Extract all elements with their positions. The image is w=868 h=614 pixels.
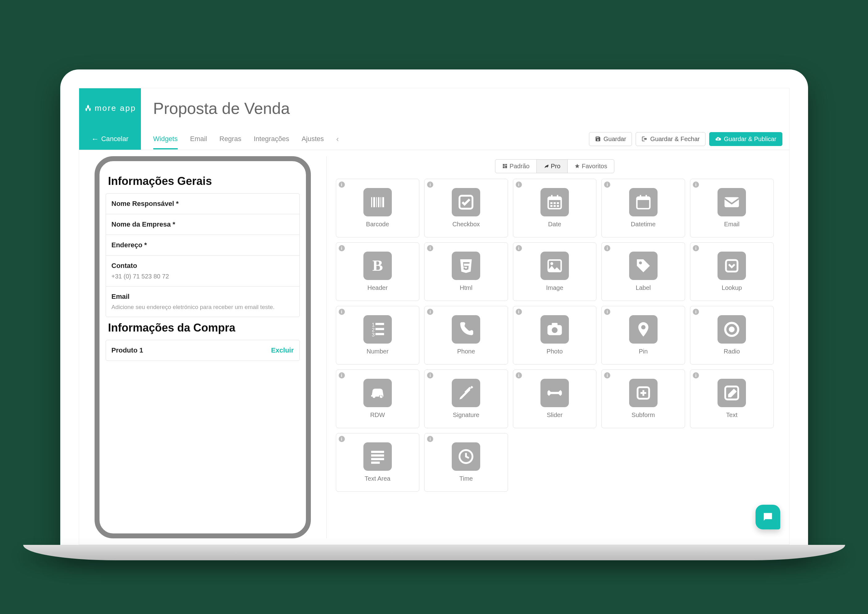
field-empresa[interactable]: Nome da Empresa * [106, 214, 299, 235]
widget-label: Date [548, 221, 561, 228]
svg-rect-15 [554, 205, 555, 207]
widget-card-image[interactable]: iImage [513, 242, 597, 301]
field-endereco[interactable]: Endereço * [106, 235, 299, 256]
app-screen: more app Proposta de Venda ← Cancelar Wi… [79, 88, 790, 545]
widget-tab-label: Favoritos [582, 163, 607, 170]
svg-rect-43 [371, 454, 384, 457]
info-icon[interactable]: i [427, 181, 433, 188]
svg-text:3: 3 [372, 332, 375, 337]
widget-tab-label: Padrão [510, 163, 530, 170]
field-responsavel[interactable]: Nome Responsável * [106, 194, 299, 214]
widget-card-html[interactable]: iHtml [424, 242, 508, 301]
field-contato[interactable]: Contato +31 (0) 71 523 80 72 [106, 256, 299, 287]
info-icon[interactable]: i [516, 372, 522, 378]
widget-label: Email [724, 221, 739, 228]
dashboard-icon [502, 163, 508, 169]
cancel-button[interactable]: ← Cancelar [79, 129, 141, 150]
info-icon[interactable]: i [604, 372, 610, 378]
widget-label: Subform [632, 411, 655, 419]
widget-label: Html [460, 284, 473, 291]
widget-card-date[interactable]: iDate [513, 179, 597, 237]
widget-card-signature[interactable]: iSignature [424, 369, 508, 428]
svg-rect-32 [375, 333, 384, 335]
svg-rect-14 [550, 205, 552, 207]
save-button[interactable]: Guardar [589, 132, 632, 146]
widget-tab-padrao[interactable]: Padrão [495, 160, 537, 173]
widget-card-phone[interactable]: iPhone [424, 306, 508, 364]
tab-integracoes[interactable]: Integrações [254, 129, 289, 149]
widget-card-label[interactable]: iLabel [601, 242, 685, 301]
tab-email[interactable]: Email [190, 129, 207, 149]
info-icon[interactable]: i [339, 309, 345, 315]
info-icon[interactable]: i [427, 245, 433, 251]
widget-card-photo[interactable]: iPhoto [513, 306, 597, 364]
info-icon[interactable]: i [693, 245, 699, 251]
widget-card-pin[interactable]: iPin [601, 306, 685, 364]
info-icon[interactable]: i [427, 309, 433, 315]
tabs-more-chevron[interactable]: ‹ [336, 134, 339, 144]
svg-rect-21 [725, 197, 739, 208]
widget-label: Text Area [365, 475, 390, 482]
svg-text:B: B [372, 257, 383, 274]
info-icon[interactable]: i [516, 181, 522, 188]
widget-card-datetime[interactable]: iDatetime [601, 179, 685, 237]
product-delete-link[interactable]: Excluir [271, 346, 294, 354]
widget-card-email[interactable]: iEmail [690, 179, 774, 237]
widget-card-text[interactable]: iText [690, 369, 774, 428]
save-icon [595, 136, 601, 142]
save-close-button[interactable]: Guardar & Fechar [636, 132, 705, 146]
widget-tab-pro[interactable]: Pro [537, 160, 568, 173]
widget-card-checkbox[interactable]: iCheckbox [424, 179, 508, 237]
tab-widgets[interactable]: Widgets [153, 129, 178, 149]
info-icon[interactable]: i [604, 245, 610, 251]
product-row[interactable]: Produto 1 Excluir [106, 340, 300, 361]
widget-card-subform[interactable]: iSubform [601, 369, 685, 428]
info-icon[interactable]: i [339, 436, 345, 442]
phone-icon [452, 315, 480, 344]
textarea-icon [363, 442, 392, 471]
info-icon[interactable]: i [693, 309, 699, 315]
field-email[interactable]: Email Adicione seu endereço eletrónico p… [106, 287, 299, 317]
widget-card-lookup[interactable]: iLookup [690, 242, 774, 301]
info-icon[interactable]: i [339, 372, 345, 378]
info-icon[interactable]: i [427, 436, 433, 442]
widget-card-radio[interactable]: iRadio [690, 306, 774, 364]
widget-tab-favoritos[interactable]: Favoritos [568, 160, 614, 173]
svg-rect-45 [371, 462, 380, 464]
widget-card-header[interactable]: iBHeader [336, 242, 420, 301]
widget-card-number[interactable]: i123Number [336, 306, 420, 364]
info-icon[interactable]: i [516, 309, 522, 315]
widget-card-slider[interactable]: iSlider [513, 369, 597, 428]
widget-label: RDW [370, 411, 385, 419]
slider-icon [540, 379, 569, 407]
info-icon[interactable]: i [604, 181, 610, 188]
checkbox-icon [452, 188, 480, 216]
widget-card-rdw[interactable]: iRDW [336, 369, 420, 428]
field-label: Nome Responsável * [112, 200, 294, 208]
widget-card-time[interactable]: iTime [424, 433, 508, 492]
widget-label: Phone [457, 348, 475, 355]
chat-fab[interactable] [756, 505, 780, 529]
cancel-label: Cancelar [101, 135, 128, 143]
info-icon[interactable]: i [693, 372, 699, 378]
brand-logo[interactable]: more app [79, 88, 141, 129]
save-publish-button[interactable]: Guardar & Publicar [709, 132, 782, 146]
time-icon [452, 442, 480, 471]
svg-rect-2 [376, 197, 377, 208]
svg-point-36 [641, 325, 646, 329]
info-icon[interactable]: i [339, 181, 345, 188]
widget-label: Slider [547, 411, 562, 419]
info-icon[interactable]: i [427, 372, 433, 378]
svg-rect-8 [548, 197, 561, 200]
widget-card-textarea[interactable]: iText Area [336, 433, 420, 492]
info-icon[interactable]: i [516, 245, 522, 251]
info-icon[interactable]: i [339, 245, 345, 251]
info-icon[interactable]: i [693, 181, 699, 188]
widget-card-barcode[interactable]: iBarcode [336, 179, 420, 237]
widget-label: Pin [639, 348, 648, 355]
subform-icon [629, 379, 658, 407]
info-icon[interactable]: i [604, 309, 610, 315]
tab-regras[interactable]: Regras [219, 129, 241, 149]
widget-tab-label: Pro [551, 163, 560, 170]
tab-ajustes[interactable]: Ajustes [302, 129, 324, 149]
